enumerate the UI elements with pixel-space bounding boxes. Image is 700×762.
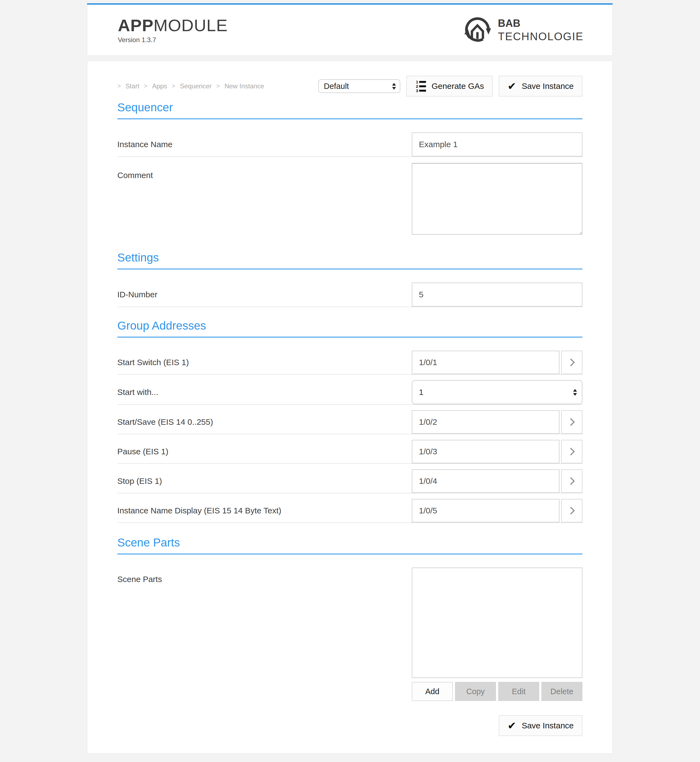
section-title-sequencer: Sequencer bbox=[117, 101, 583, 119]
footer-actions: ✔ Save Instance bbox=[117, 715, 583, 736]
appmodule-logo: APPMODULE Version 1.3.7 bbox=[118, 16, 228, 44]
topbar: > Start > Apps > Sequencer > New Instanc… bbox=[117, 76, 583, 97]
section-title-settings: Settings bbox=[117, 251, 583, 269]
scene-parts-buttons: Add Copy Edit Delete bbox=[412, 682, 583, 701]
app-title: APPMODULE bbox=[118, 16, 228, 34]
ga-label-start-with: Start with... bbox=[117, 388, 412, 397]
scene-parts-listbox[interactable] bbox=[412, 568, 583, 678]
checkmark-icon: ✔ bbox=[508, 720, 516, 731]
app-header: APPMODULE Version 1.3.7 BAB TECHNOLOGIE bbox=[87, 3, 613, 56]
brand-line2: TECHNOLOGIE bbox=[498, 30, 583, 43]
comment-textarea[interactable] bbox=[412, 163, 583, 235]
ga-row-instance-name-display: Instance Name Display (EIS 15 14 Byte Te… bbox=[117, 493, 583, 523]
comment-label: Comment bbox=[117, 163, 412, 180]
app-title-light: MODULE bbox=[153, 16, 228, 35]
scene-parts-label: Scene Parts bbox=[117, 568, 412, 584]
brand-line1: BAB bbox=[498, 17, 583, 30]
bab-brand: BAB TECHNOLOGIE bbox=[463, 15, 583, 45]
bab-house-recycle-icon bbox=[463, 15, 492, 45]
select-arrows-icon bbox=[573, 389, 577, 396]
section-title-group-addresses: Group Addresses bbox=[117, 319, 583, 338]
ga-picker-button[interactable] bbox=[561, 410, 583, 434]
ga-input-start-save[interactable] bbox=[412, 410, 559, 434]
ordered-list-icon: 1 2 3 bbox=[415, 80, 426, 92]
chevron-right-icon bbox=[567, 477, 575, 485]
ga-row-start-save: Start/Save (EIS 14 0..255) bbox=[117, 405, 583, 434]
comment-row: Comment bbox=[117, 157, 583, 236]
id-number-row: ID-Number bbox=[117, 277, 583, 307]
profile-select-value: Default bbox=[324, 82, 349, 91]
instance-name-input[interactable] bbox=[412, 132, 583, 156]
start-with-select-value: 1 bbox=[419, 388, 423, 397]
toolbar-actions: Default 1 2 3 Generate GAs ✔ Save Instan… bbox=[318, 76, 583, 97]
ga-row-start-switch: Start Switch (EIS 1) bbox=[117, 345, 583, 375]
breadcrumb-sequencer[interactable]: Sequencer bbox=[180, 82, 212, 90]
brand-text: BAB TECHNOLOGIE bbox=[498, 17, 583, 43]
chevron-right-icon bbox=[567, 448, 575, 455]
save-instance-button-top[interactable]: ✔ Save Instance bbox=[499, 76, 583, 97]
ga-picker-button[interactable] bbox=[561, 469, 583, 493]
chevron-right-icon bbox=[567, 418, 575, 426]
generate-gas-label: Generate GAs bbox=[431, 81, 484, 91]
start-with-select[interactable]: 1 bbox=[412, 380, 583, 404]
ol-num-3: 3 bbox=[415, 89, 418, 92]
instance-name-row: Instance Name bbox=[117, 127, 583, 157]
breadcrumb-separator: > bbox=[117, 83, 121, 90]
ga-picker-button[interactable] bbox=[561, 440, 583, 463]
scene-add-button[interactable]: Add bbox=[412, 682, 453, 701]
ol-num-2: 2 bbox=[415, 85, 418, 88]
checkmark-icon: ✔ bbox=[508, 81, 516, 91]
breadcrumb: > Start > Apps > Sequencer > New Instanc… bbox=[117, 82, 264, 90]
section-title-scene-parts: Scene Parts bbox=[117, 536, 583, 554]
save-instance-label-bottom: Save Instance bbox=[522, 721, 573, 730]
scene-delete-button: Delete bbox=[541, 682, 583, 701]
ga-label-start-save: Start/Save (EIS 14 0..255) bbox=[117, 418, 412, 427]
breadcrumb-separator: > bbox=[172, 83, 175, 90]
id-number-input[interactable] bbox=[412, 283, 583, 307]
scene-copy-button: Copy bbox=[455, 682, 496, 701]
ga-picker-button[interactable] bbox=[561, 499, 583, 523]
save-instance-label-top: Save Instance bbox=[522, 81, 573, 91]
scene-parts-row: Scene Parts Add Copy Edit Delete bbox=[117, 562, 583, 701]
select-arrows-icon bbox=[392, 83, 396, 90]
ol-num-1: 1 bbox=[415, 80, 418, 83]
ga-row-start-with: Start with... 1 bbox=[117, 375, 583, 405]
instance-name-label: Instance Name bbox=[117, 140, 412, 149]
app-title-bold: APP bbox=[118, 16, 153, 35]
instance-editor-card: > Start > Apps > Sequencer > New Instanc… bbox=[87, 61, 613, 754]
breadcrumb-separator: > bbox=[216, 83, 220, 90]
app-version: Version 1.3.7 bbox=[118, 36, 228, 44]
ga-label-stop: Stop (EIS 1) bbox=[117, 476, 412, 486]
ga-label-pause: Pause (EIS 1) bbox=[117, 447, 412, 456]
ga-label-start-switch: Start Switch (EIS 1) bbox=[117, 358, 412, 367]
scene-edit-button: Edit bbox=[498, 682, 539, 701]
breadcrumb-apps[interactable]: Apps bbox=[152, 82, 167, 90]
breadcrumb-start[interactable]: Start bbox=[125, 82, 139, 90]
id-number-label: ID-Number bbox=[117, 290, 412, 299]
ga-label-instance-name-display: Instance Name Display (EIS 15 14 Byte Te… bbox=[117, 506, 412, 515]
ga-input-pause[interactable] bbox=[412, 440, 559, 463]
ga-input-stop[interactable] bbox=[412, 469, 559, 493]
breadcrumb-new-instance[interactable]: New Instance bbox=[225, 82, 264, 90]
ga-input-instance-name-display[interactable] bbox=[412, 499, 559, 523]
ga-input-start-switch[interactable] bbox=[412, 350, 559, 374]
chevron-right-icon bbox=[567, 507, 575, 515]
generate-gas-button[interactable]: 1 2 3 Generate GAs bbox=[406, 76, 493, 97]
profile-select[interactable]: Default bbox=[318, 79, 400, 93]
save-instance-button-bottom[interactable]: ✔ Save Instance bbox=[499, 715, 583, 736]
ga-row-stop: Stop (EIS 1) bbox=[117, 464, 583, 493]
breadcrumb-separator: > bbox=[144, 83, 148, 90]
chevron-right-icon bbox=[567, 358, 575, 366]
ga-row-pause: Pause (EIS 1) bbox=[117, 434, 583, 464]
ga-picker-button[interactable] bbox=[561, 350, 583, 374]
